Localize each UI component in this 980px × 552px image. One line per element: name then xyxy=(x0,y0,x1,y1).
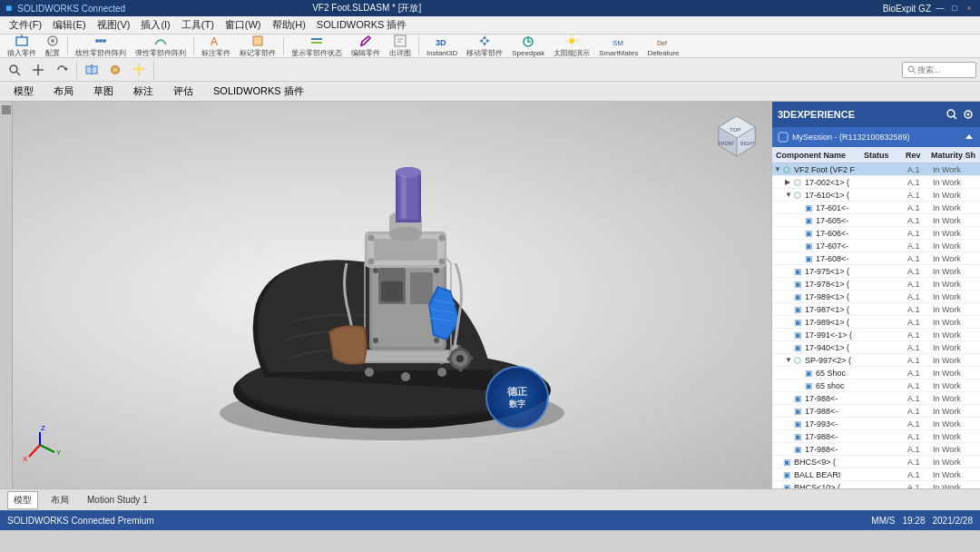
svg-line-39 xyxy=(914,71,916,74)
component-rev: A.1 xyxy=(907,419,933,429)
tab-sketch[interactable]: 草图 xyxy=(85,82,122,101)
tb-zoom[interactable] xyxy=(4,60,25,80)
component-row[interactable]: ▼ ⬡ SP-997<2> ( A.1 In Work xyxy=(772,354,980,367)
menu-file[interactable]: 文件(F) xyxy=(4,16,47,34)
search-panel-icon[interactable] xyxy=(946,108,958,121)
tab-model[interactable]: 模型 xyxy=(5,82,42,101)
tb-mark[interactable]: 标记零部件 xyxy=(236,36,279,56)
component-row[interactable]: ▣ 17-607<- A.1 In Work xyxy=(772,240,980,252)
svg-point-107 xyxy=(947,110,955,117)
mark-icon xyxy=(250,34,265,48)
component-row[interactable]: ▣ 17-987<1> ( A.1 In Work xyxy=(772,303,980,316)
tb-insert-part[interactable]: 插入零件 xyxy=(4,36,40,56)
component-row[interactable]: ▣ BALL BEARI A.1 In Work xyxy=(772,468,980,481)
tab-evaluate[interactable]: 评估 xyxy=(165,82,201,101)
tb-light[interactable] xyxy=(128,60,150,80)
settings-panel-icon[interactable] xyxy=(962,108,975,121)
component-row[interactable]: ▣ 17-989<1> ( A.1 In Work xyxy=(772,291,980,303)
component-row[interactable]: ▣ 65 Shoc A.1 In Work xyxy=(772,367,980,380)
component-row[interactable]: ▣ 17-608<- A.1 In Work xyxy=(772,252,980,265)
tb-annotate[interactable]: A 标注零件 xyxy=(198,36,234,56)
svg-point-68 xyxy=(389,227,422,242)
3d-viewport[interactable]: Z Y X TOP FRONT RIGHT 德正 数字 xyxy=(13,102,771,488)
expand-arrow[interactable]: ▼ xyxy=(785,191,792,199)
component-row[interactable]: ▼ ⬡ VF2 Foot (VF2 F A.1 In Work xyxy=(772,163,980,176)
component-name: 17-601<- xyxy=(816,203,866,212)
component-row[interactable]: ▣ 17-988<- A.1 In Work xyxy=(772,405,980,418)
component-row[interactable]: ▣ BHCS<10> ( A.1 In Work xyxy=(772,481,980,488)
expand-panel-icon[interactable] xyxy=(964,132,975,143)
expand-arrow[interactable]: ▶ xyxy=(785,178,792,186)
view-cube[interactable]: TOP FRONT RIGHT xyxy=(710,109,764,163)
menu-insert[interactable]: 插入(I) xyxy=(135,16,175,34)
tb-pan[interactable] xyxy=(27,60,49,80)
tb-array[interactable]: 线性零部件阵列 xyxy=(72,36,130,56)
toolbar-search-input[interactable] xyxy=(917,65,972,74)
tb-config[interactable]: 配置 xyxy=(42,36,64,56)
component-row[interactable]: ▣ 17-940<1> ( A.1 In Work xyxy=(772,341,980,354)
menu-tools[interactable]: 工具(T) xyxy=(176,16,220,34)
svg-point-32 xyxy=(111,65,120,74)
component-row[interactable]: ▣ 17-975<1> ( A.1 In Work xyxy=(772,265,980,278)
tb-elastic[interactable]: 弹性零部件阵列 xyxy=(132,36,190,56)
component-row[interactable]: ▣ BHCS<9> ( A.1 In Work xyxy=(772,456,980,468)
component-row[interactable]: ▣ 17-993<- A.1 In Work xyxy=(772,418,980,430)
component-row[interactable]: ▣ 17-605<- A.1 In Work xyxy=(772,214,980,227)
svg-point-6 xyxy=(103,39,106,43)
svg-point-85 xyxy=(456,355,464,362)
tb-instant3d[interactable]: 3D Instant3D xyxy=(423,36,461,56)
tb-rotate[interactable] xyxy=(51,60,73,80)
tb-section[interactable] xyxy=(81,60,103,80)
tb-defeature[interactable]: Def Defeature xyxy=(643,36,682,56)
component-maturity: In Work xyxy=(933,292,978,301)
bottom-tab-model[interactable]: 模型 xyxy=(7,491,38,509)
maximize-btn[interactable]: □ xyxy=(949,3,960,14)
component-row[interactable]: ▣ 17-991<-1> ( A.1 In Work xyxy=(772,329,980,341)
component-rev: A.1 xyxy=(907,178,933,187)
component-row[interactable]: ▣ 17-601<- A.1 In Work xyxy=(772,202,980,214)
component-name: 65 Shoc xyxy=(816,369,866,378)
menu-view[interactable]: 视图(V) xyxy=(92,16,136,34)
component-name: SP-997<2> ( xyxy=(805,356,866,365)
menu-edit[interactable]: 编辑(E) xyxy=(47,16,92,34)
close-btn[interactable]: × xyxy=(964,3,975,14)
component-row[interactable]: ▣ 17-988<- A.1 In Work xyxy=(772,392,980,405)
component-type-icon: ▣ xyxy=(792,444,803,455)
component-row[interactable]: ▣ 17-978<1> ( A.1 In Work xyxy=(772,278,980,291)
component-row[interactable]: ▣ 65 shoc A.1 In Work xyxy=(772,380,980,392)
expand-arrow[interactable]: ▼ xyxy=(774,165,781,173)
tab-layout[interactable]: 布局 xyxy=(45,82,82,101)
tb-smartmates[interactable]: SM SmartMates xyxy=(595,36,642,56)
expand-arrow[interactable]: ▼ xyxy=(785,356,792,364)
component-type-icon: ▣ xyxy=(781,482,792,489)
menu-solidworks-plugins[interactable]: SOLIDWORKS 插件 xyxy=(311,16,413,34)
component-name: 17-605<- xyxy=(816,216,866,225)
tb-edit-part[interactable]: 编辑零件 xyxy=(348,36,384,56)
tb-move[interactable]: 移动零部件 xyxy=(463,36,506,56)
tb-show-status[interactable]: 显示零部件状态 xyxy=(288,36,346,56)
tb-detail[interactable]: 出详图 xyxy=(386,36,415,56)
menu-window[interactable]: 窗口(W) xyxy=(220,16,267,34)
tb-appearance[interactable] xyxy=(104,60,126,80)
status-time: 19:28 xyxy=(902,516,925,526)
component-rev: A.1 xyxy=(907,229,933,238)
component-type-icon: ▣ xyxy=(792,406,803,417)
component-row[interactable]: ▶ ⬡ 17-002<1> ( A.1 In Work xyxy=(772,176,980,189)
component-row[interactable]: ▣ 17-988<- A.1 In Work xyxy=(772,443,980,456)
component-maturity: In Work xyxy=(933,254,978,263)
bottom-tab-layout[interactable]: 布局 xyxy=(45,492,74,508)
left-sidebar xyxy=(0,102,13,488)
minimize-btn[interactable]: — xyxy=(935,3,946,14)
bottom-tab-motion[interactable]: Motion Study 1 xyxy=(82,493,153,507)
tb-solar[interactable]: 太阳能演示 xyxy=(550,36,593,56)
tab-solidworks-plugins[interactable]: SOLIDWORKS 插件 xyxy=(205,82,312,101)
component-row[interactable]: ▣ 17-606<- A.1 In Work xyxy=(772,227,980,240)
component-row[interactable]: ▣ 17-989<1> ( A.1 In Work xyxy=(772,316,980,329)
svg-rect-73 xyxy=(401,175,407,219)
component-row[interactable]: ▣ 17-988<- A.1 In Work xyxy=(772,430,980,443)
tb-speedpak[interactable]: Speedpak xyxy=(508,36,548,56)
menu-help[interactable]: 帮助(H) xyxy=(267,16,311,34)
component-maturity: In Work xyxy=(933,445,978,454)
tab-annotate[interactable]: 标注 xyxy=(125,82,162,101)
component-row[interactable]: ▼ ⬡ 17-610<1> ( A.1 In Work xyxy=(772,189,980,202)
